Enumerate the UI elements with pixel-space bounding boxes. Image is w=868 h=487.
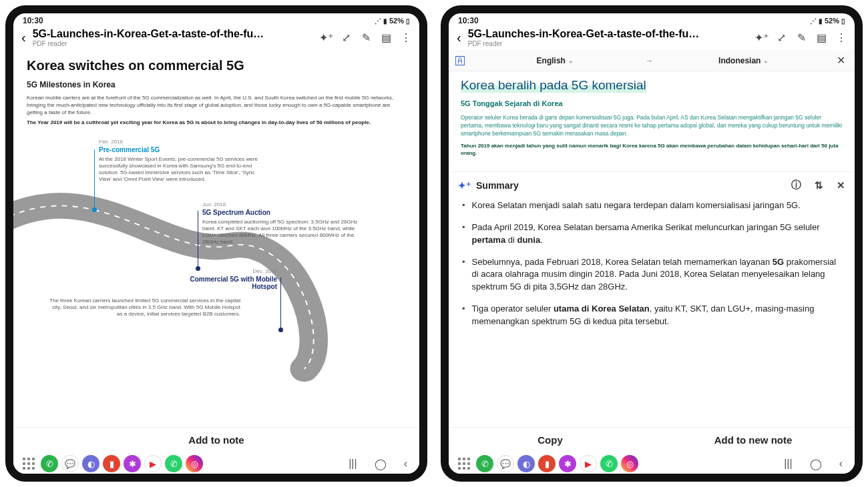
- doc-paragraph-2: The Year 2019 will be a cutthroat yet ex…: [27, 119, 406, 127]
- add-to-new-note-button[interactable]: Add to new note: [652, 434, 855, 446]
- timeline-line-2: [198, 211, 198, 267]
- app-notes[interactable]: ▮: [103, 455, 120, 472]
- info-icon[interactable]: ⓘ: [791, 179, 801, 191]
- edit-icon[interactable]: ✎: [793, 31, 809, 44]
- wifi-icon: ⋰: [810, 17, 817, 25]
- app-apps-grid[interactable]: [20, 455, 37, 472]
- doc-subheading: 5G Milestones in Korea: [27, 80, 406, 89]
- page-icon[interactable]: ▤: [378, 31, 394, 44]
- app-phone[interactable]: ✆: [476, 455, 493, 472]
- edit-icon[interactable]: ✎: [358, 31, 374, 44]
- bottom-bar: Copy Add to new note: [449, 427, 855, 452]
- nav-back-button[interactable]: ‹: [839, 458, 843, 470]
- translate-icon[interactable]: 🄰: [455, 55, 465, 66]
- timeline: Feb. 2018 Pre-commercial 5G At the 2018 …: [27, 144, 406, 338]
- more-icon[interactable]: ⋮: [833, 31, 849, 44]
- summary-title: Summary: [476, 180, 519, 191]
- summary-panel: ✦⁺ Summary ⓘ ⇅ ✕ Korea Selatan menjadi s…: [449, 171, 855, 427]
- doc-heading: Korea switches on commercial 5G: [27, 58, 406, 73]
- document-title: 5G-Launches-in-Korea-Get-a-taste-of-the-…: [33, 28, 314, 40]
- app-notes[interactable]: ▮: [538, 455, 556, 472]
- status-time: 10:30: [458, 16, 479, 25]
- close-summary-button[interactable]: ✕: [837, 179, 845, 191]
- summary-list[interactable]: Korea Selatan menjadi salah satu negara …: [449, 197, 855, 338]
- document-content[interactable]: Korea switches on commercial 5G 5G Miles…: [13, 50, 419, 427]
- status-right: ⋰ ▮ 52% ▯: [810, 17, 845, 25]
- summary-item: Korea Selatan menjadi salah satu negara …: [462, 199, 841, 212]
- app-gallery[interactable]: ✱: [124, 455, 141, 472]
- home-button[interactable]: ◯: [375, 458, 387, 470]
- translated-page: Korea beralih pada 5G komersial 5G Tongg…: [449, 71, 855, 167]
- summary-item: Pada April 2019, Korea Selatan bersama A…: [462, 221, 841, 247]
- app-messages[interactable]: 💬: [61, 455, 79, 472]
- ai-sparkle-icon[interactable]: ✦⁺: [753, 31, 769, 44]
- status-bar: 10:30 ⋰ ▮ 52% ▯: [449, 13, 855, 27]
- source-language-button[interactable]: English ⌄: [469, 56, 642, 65]
- signal-icon: ▮: [819, 17, 823, 25]
- app-phone[interactable]: ✆: [41, 455, 58, 472]
- app-messages[interactable]: 💬: [497, 455, 514, 472]
- milestone-2-date: Jun. 2018: [202, 201, 369, 207]
- device-left: 10:30 ⋰ ▮ 52% ▯ ‹ 5G-Launches-in-Korea-G…: [5, 5, 427, 482]
- document-subtitle: PDF reader: [468, 40, 749, 47]
- list-settings-icon[interactable]: ⇅: [815, 179, 823, 191]
- expand-icon[interactable]: ⤢: [338, 31, 354, 44]
- timeline-line-1: [94, 149, 95, 208]
- app-youtube[interactable]: ▶: [144, 455, 162, 472]
- translated-heading: Korea beralih pada 5G komersial: [461, 78, 646, 93]
- app-instagram[interactable]: ◎: [621, 455, 638, 472]
- home-button[interactable]: ◯: [810, 458, 822, 470]
- milestone-2-body: Korea completed auctioning off 5G spectr…: [202, 219, 369, 246]
- document-title: 5G-Launches-in-Korea-Get-a-taste-of-the-…: [468, 28, 749, 40]
- doc-paragraph-1: Korean mobile carriers are at the forefr…: [27, 95, 406, 116]
- recents-button[interactable]: |||: [784, 458, 792, 470]
- nav-buttons: ||| ◯ ‹: [784, 458, 848, 470]
- target-language-button[interactable]: Indonesian ⌄: [658, 56, 831, 65]
- app-whatsapp[interactable]: ✆: [165, 455, 182, 472]
- battery-text: 52%: [825, 17, 839, 25]
- page-icon[interactable]: ▤: [813, 31, 829, 44]
- nav-buttons: ||| ◯ ‹: [349, 458, 413, 470]
- chevron-down-icon: ⌄: [568, 57, 574, 64]
- app-browser[interactable]: ◐: [517, 455, 535, 472]
- app-header: ‹ 5G-Launches-in-Korea-Get-a-taste-of-th…: [449, 27, 855, 50]
- close-translate-button[interactable]: ✕: [834, 54, 848, 67]
- app-dock: ✆💬◐▮✱▶✆◎: [20, 455, 203, 472]
- copy-button[interactable]: Copy: [449, 434, 652, 446]
- pdf-page: Korea switches on commercial 5G 5G Miles…: [13, 50, 419, 342]
- app-whatsapp[interactable]: ✆: [600, 455, 618, 472]
- signal-icon: ▮: [383, 17, 387, 25]
- milestone-1: Feb. 2018 Pre-commercial 5G At the 2018 …: [99, 139, 266, 183]
- app-youtube[interactable]: ▶: [580, 455, 597, 472]
- expand-icon[interactable]: ⤢: [773, 31, 789, 44]
- more-icon[interactable]: ⋮: [398, 31, 414, 44]
- device-right: 10:30 ⋰ ▮ 52% ▯ ‹ 5G-Launches-in-Korea-G…: [441, 5, 863, 482]
- app-apps-grid[interactable]: [455, 455, 473, 472]
- summary-item: Tiga operator seluler utama di Korea Sel…: [462, 303, 841, 328]
- app-instagram[interactable]: ◎: [186, 455, 203, 472]
- back-button[interactable]: ‹: [19, 30, 29, 45]
- milestone-1-title: Pre-commercial 5G: [99, 146, 266, 153]
- app-browser[interactable]: ◐: [82, 455, 99, 472]
- milestone-3-body: The three Korean carriers launched limit…: [47, 298, 240, 318]
- add-to-note-button[interactable]: Add to note: [188, 434, 244, 446]
- app-gallery[interactable]: ✱: [559, 455, 576, 472]
- milestone-1-date: Feb. 2018: [99, 139, 266, 145]
- battery-icon: ▯: [841, 17, 845, 25]
- app-dock: ✆💬◐▮✱▶✆◎: [455, 455, 638, 472]
- translated-content[interactable]: Korea beralih pada 5G komersial 5G Tongg…: [449, 71, 855, 427]
- sparkle-icon: ✦⁺: [458, 180, 471, 191]
- translated-paragraph-2: Tahun 2019 akan menjadi tahun yang sulit…: [461, 142, 843, 157]
- status-right: ⋰ ▮ 52% ▯: [375, 17, 410, 25]
- document-subtitle: PDF reader: [33, 40, 314, 47]
- recents-button[interactable]: |||: [349, 458, 357, 470]
- back-button[interactable]: ‹: [454, 30, 464, 45]
- milestone-1-body: At the 2018 Winter Sport Events, pre-com…: [99, 156, 266, 183]
- battery-text: 52%: [389, 17, 404, 25]
- app-header: ‹ 5G-Launches-in-Korea-Get-a-taste-of-th…: [13, 27, 419, 50]
- ai-sparkle-icon[interactable]: ✦⁺: [318, 31, 334, 44]
- milestone-2-title: 5G Spectrum Auction: [202, 209, 369, 216]
- timeline-line-3: [280, 278, 281, 328]
- nav-back-button[interactable]: ‹: [404, 458, 407, 470]
- title-block: 5G-Launches-in-Korea-Get-a-taste-of-the-…: [468, 28, 749, 47]
